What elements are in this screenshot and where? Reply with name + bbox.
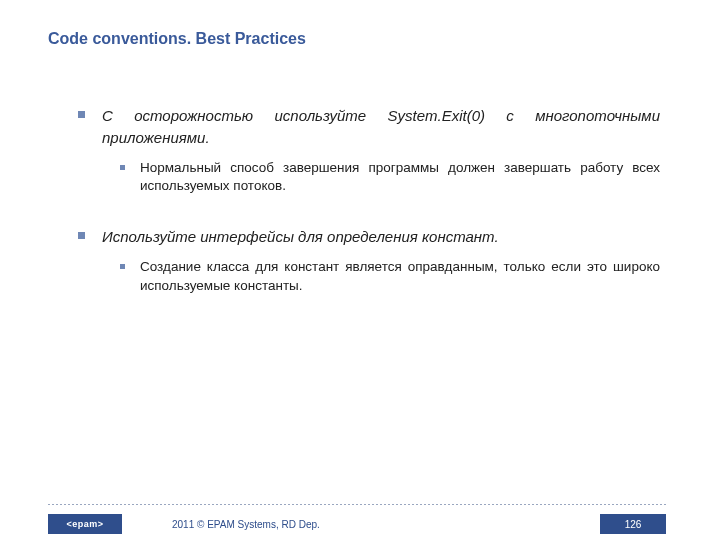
list-item: С осторожностью используйте System.Exit(… (78, 105, 660, 196)
content-area: С осторожностью используйте System.Exit(… (78, 105, 660, 326)
sub-bullet-list: Нормальный способ завершения программы д… (120, 159, 660, 197)
slide: Code conventions. Best Practices С остор… (0, 0, 720, 540)
sub-bullet-list: Создание класса для констант является оп… (120, 258, 660, 296)
list-item: Нормальный способ завершения программы д… (120, 159, 660, 197)
bullet-sub-text: Создание класса для констант является оп… (140, 258, 660, 296)
slide-title: Code conventions. Best Practices (48, 30, 306, 48)
bullet-sub-text: Нормальный способ завершения программы д… (140, 159, 660, 197)
bullet-main-text: С осторожностью используйте System.Exit(… (102, 105, 660, 149)
list-item: Создание класса для констант является оп… (120, 258, 660, 296)
footer-divider (48, 504, 666, 505)
bullet-main-text: Используйте интерфейсы для определения к… (102, 226, 660, 248)
list-item: Используйте интерфейсы для определения к… (78, 226, 660, 296)
epam-logo: <epam> (48, 514, 122, 534)
copyright-text: 2011 © EPAM Systems, RD Dep. (172, 519, 320, 530)
page-number: 126 (600, 514, 666, 534)
footer: <epam> 2011 © EPAM Systems, RD Dep. 126 (0, 510, 720, 540)
bullet-list: С осторожностью используйте System.Exit(… (78, 105, 660, 296)
